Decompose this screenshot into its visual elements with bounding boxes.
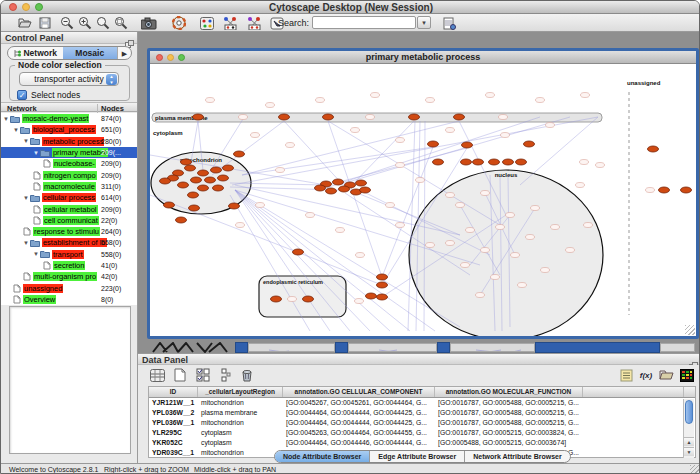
node-small[interactable] [501, 133, 510, 138]
node[interactable] [205, 177, 216, 183]
node[interactable] [454, 114, 465, 120]
unselect-attributes-icon[interactable] [217, 367, 235, 383]
frame-titlebar[interactable]: primary metabolic process [150, 51, 696, 64]
node-small[interactable] [596, 163, 605, 168]
node-small[interactable] [446, 128, 455, 133]
node-small[interactable] [286, 143, 295, 148]
tab-network[interactable]: Network [8, 47, 63, 59]
node-small[interactable] [426, 98, 435, 103]
node[interactable] [360, 187, 371, 193]
import-folder-icon[interactable] [657, 367, 675, 383]
node-small[interactable] [386, 203, 395, 208]
tree-row-primary-metabol[interactable]: ▼primary metabol209(... [1, 147, 137, 158]
heatmap-icon[interactable] [678, 367, 696, 383]
node-small[interactable] [551, 225, 560, 230]
node[interactable] [366, 293, 377, 299]
node[interactable] [176, 217, 187, 223]
select-stepper-icon[interactable]: ▲▼ [106, 74, 117, 85]
tree-row-biological-process[interactable]: ▼biological_process651(0) [1, 124, 137, 135]
node-small[interactable] [486, 93, 495, 98]
node-small[interactable] [581, 93, 590, 98]
node[interactable] [409, 114, 420, 120]
node[interactable] [303, 296, 314, 302]
node[interactable] [164, 202, 175, 208]
node[interactable] [473, 159, 484, 165]
new-attribute-icon[interactable] [171, 367, 189, 383]
tree-row-unassigned[interactable]: unassigned223(0) [1, 282, 137, 293]
node-small[interactable] [446, 193, 455, 198]
float-panel-icon[interactable] [125, 34, 134, 42]
node[interactable] [229, 203, 240, 209]
node[interactable] [333, 179, 344, 185]
node[interactable] [189, 205, 200, 211]
select-nodes-checkbox[interactable]: ✓ [17, 90, 27, 100]
tree-row-transport[interactable]: ▼transport558(0) [1, 249, 137, 260]
background-window-edge[interactable] [248, 343, 335, 352]
tree-row-overview[interactable]: Overview8(0) [1, 294, 137, 305]
float-panel-icon[interactable] [689, 356, 698, 364]
node[interactable] [178, 182, 189, 188]
node-small[interactable] [536, 98, 545, 103]
expander-icon[interactable]: ▼ [23, 240, 29, 246]
node-small[interactable] [426, 243, 435, 248]
tree-row-cell-communicat[interactable]: cell communicat22(0) [1, 215, 137, 226]
node[interactable] [648, 146, 659, 152]
background-window-edge[interactable] [535, 342, 660, 353]
node-small[interactable] [256, 203, 265, 208]
node[interactable] [193, 114, 204, 120]
tab-mosaic[interactable]: Mosaic [63, 47, 118, 59]
node[interactable] [293, 249, 304, 255]
node-small[interactable] [466, 228, 475, 233]
open-icon[interactable] [17, 16, 33, 30]
attribute-grid-icon[interactable] [148, 367, 166, 383]
background-window-edge[interactable] [437, 342, 450, 353]
background-window-edge[interactable] [335, 342, 348, 353]
node[interactable] [213, 185, 224, 191]
node-small[interactable] [351, 128, 360, 133]
column-header-annotation-go-cellular-component[interactable]: annotation.GO CELLULAR_COMPONENT [283, 387, 435, 397]
node[interactable] [356, 180, 367, 186]
tree-row-nitrogen-compo[interactable]: nitrogen compo209(0) [1, 169, 137, 180]
node[interactable] [315, 185, 326, 191]
node-small[interactable] [366, 115, 375, 120]
node[interactable] [198, 185, 209, 191]
node-small[interactable] [396, 223, 405, 228]
window-resize-grip[interactable] [690, 465, 700, 474]
tab-edge-attribute-browser[interactable]: Edge Attribute Browser [370, 451, 465, 462]
node[interactable] [188, 192, 199, 198]
node-small[interactable] [276, 168, 285, 173]
node-small[interactable] [491, 275, 500, 280]
tree-row-multi-organism-pro[interactable]: multi-organism pro42(0) [1, 271, 137, 282]
node[interactable] [524, 141, 535, 147]
tree-row-metabolic-process[interactable]: ▼metabolic process280(0) [1, 136, 137, 147]
node-small[interactable] [396, 138, 405, 143]
node[interactable] [377, 274, 388, 280]
node[interactable] [681, 187, 692, 193]
node[interactable] [234, 151, 245, 157]
node[interactable] [160, 178, 171, 184]
column-header-annotation-go-molecular-function[interactable]: annotation.GO MOLECULAR_FUNCTION [435, 387, 583, 397]
node[interactable] [516, 159, 527, 165]
expander-icon[interactable]: ▼ [13, 127, 19, 133]
birds-eye-view[interactable] [9, 306, 131, 454]
node[interactable] [462, 142, 473, 148]
tree-row-response-to-stimulu[interactable]: response to stimulu264(0) [1, 226, 137, 237]
node-small[interactable] [316, 98, 325, 103]
node-small[interactable] [266, 103, 275, 108]
expander-icon[interactable]: ▼ [33, 251, 39, 257]
zoom-out-icon[interactable] [59, 16, 75, 30]
column-header-id[interactable]: ID [149, 387, 198, 397]
frame-resize-grip[interactable] [685, 325, 695, 335]
node-small[interactable] [481, 248, 490, 253]
node[interactable] [198, 170, 209, 176]
tab-overflow-arrow-icon[interactable]: ▶ [117, 47, 131, 59]
network-view-icon[interactable] [223, 16, 239, 30]
node-small[interactable] [541, 268, 550, 273]
zoom-selected-icon[interactable] [113, 16, 129, 30]
node-small[interactable] [499, 115, 508, 120]
tree-row-cellular-metabol[interactable]: cellular metabol209(0) [1, 203, 137, 214]
node-small[interactable] [646, 188, 655, 193]
node-small[interactable] [531, 206, 540, 211]
search-dropdown-icon[interactable]: ▾ [417, 16, 431, 29]
tree-row-mosaic-demo-yeast[interactable]: ▼mosaic-demo-yeast874(0) [1, 113, 137, 124]
